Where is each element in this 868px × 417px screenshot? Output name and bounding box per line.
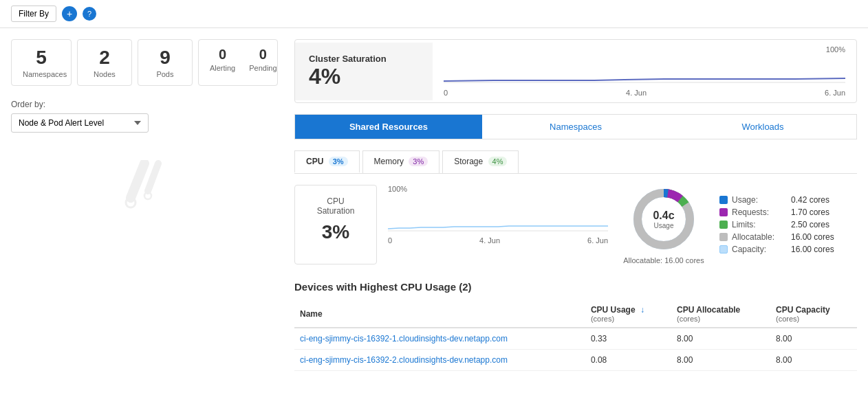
cluster-saturation-chart: 100% 0 4. Jun 6. Jun — [433, 40, 856, 102]
main-layout: 5 Namespaces 2 Nodes 9 Pods 0 Alerting 0 — [0, 28, 868, 382]
legend-row-usage: Usage: 0.42 cores — [719, 195, 857, 205]
sub-tab-storage[interactable]: Storage 4% — [442, 150, 519, 173]
namespaces-card: 5 Namespaces — [11, 39, 72, 86]
cell-name: ci-eng-sjimmy-cis-16392-2.cloudinsights-… — [294, 350, 585, 371]
sub-tab-memory-label: Memory — [374, 157, 404, 166]
cell-cpu-allocatable: 8.00 — [671, 350, 770, 371]
legend-usage-value: 0.42 cores — [791, 195, 829, 205]
legend-capacity-value: 16.00 cores — [791, 245, 834, 254]
cell-cpu-usage: 0.08 — [585, 350, 671, 371]
pods-card: 9 Pods — [138, 39, 193, 86]
cpu-donut-area: 0.4c Usage Allocatable: 16.00 cores — [619, 185, 708, 264]
legend-usage-dot — [719, 196, 728, 204]
order-by-select[interactable]: Node & Pod Alert Level — [11, 113, 149, 133]
legend-row-limits: Limits: 2.50 cores — [719, 220, 857, 229]
devices-title: Devices with Highest CPU Usage (2) — [294, 281, 857, 293]
cs-chart-right-date: 6. Jun — [825, 89, 845, 97]
add-filter-button[interactable]: + — [62, 6, 77, 21]
pods-label: Pods — [149, 70, 181, 78]
left-panel: 5 Namespaces 2 Nodes 9 Pods 0 Alerting 0 — [0, 28, 289, 382]
no-data-illustration — [11, 160, 278, 217]
stat-cards: 5 Namespaces 2 Nodes 9 Pods 0 Alerting 0 — [11, 39, 278, 86]
device-link[interactable]: ci-eng-sjimmy-cis-16392-2.cloudinsights-… — [300, 355, 508, 365]
order-by-section: Order by: Node & Pod Alert Level — [11, 100, 278, 133]
table-row: ci-eng-sjimmy-cis-16392-2.cloudinsights-… — [294, 350, 857, 371]
help-icon[interactable]: ? — [83, 7, 96, 21]
col-name: Name — [294, 301, 585, 328]
cpu-saturation-box: CPU Saturation 3% — [294, 185, 377, 264]
cs-chart-left-date: 4. Jun — [626, 89, 647, 97]
pending-label: Pending — [249, 64, 276, 72]
alerting-label: Alerting — [210, 64, 235, 72]
sub-tab-storage-label: Storage — [454, 157, 483, 166]
allocatable-text: Allocatable: 16.00 cores — [623, 256, 704, 264]
cpu-chart-zero: 0 — [388, 236, 392, 245]
sub-tabs: CPU 3% Memory 3% Storage 4% — [294, 150, 857, 174]
legend-allocatable-value: 16.00 cores — [791, 232, 834, 242]
alert-card: 0 Alerting 0 Pending — [198, 39, 278, 86]
top-bar: Filter By + ? — [0, 0, 868, 28]
cpu-chart-left-date: 4. Jun — [479, 236, 500, 245]
cs-chart-100: 100% — [444, 45, 845, 54]
legend-requests-value: 1.70 cores — [791, 207, 829, 217]
sub-tab-memory-badge: 3% — [409, 157, 428, 166]
sub-tab-cpu-badge: 3% — [329, 157, 348, 166]
col-cpu-usage: CPU Usage ↓ (cores) — [585, 301, 671, 328]
sub-tab-cpu-label: CPU — [306, 157, 323, 166]
order-by-label: Order by: — [11, 100, 278, 109]
cluster-saturation-value: 4% — [309, 64, 419, 89]
sub-tab-storage-badge: 4% — [488, 157, 508, 166]
sub-tab-cpu[interactable]: CPU 3% — [294, 150, 360, 173]
devices-table: Name CPU Usage ↓ (cores) CPU Allocatable… — [294, 301, 857, 371]
sub-tab-memory[interactable]: Memory 3% — [362, 150, 440, 173]
legend-row-capacity: Capacity: 16.00 cores — [719, 245, 857, 254]
legend-limits-value: 2.50 cores — [791, 220, 829, 229]
cpu-chart-right-date: 6. Jun — [587, 236, 608, 245]
cell-name: ci-eng-sjimmy-cis-16392-1.cloudinsights-… — [294, 328, 585, 350]
cell-cpu-capacity: 8.00 — [770, 350, 857, 371]
legend-usage-label: Usage: — [732, 195, 787, 205]
legend-allocatable-label: Allocatable: — [732, 232, 787, 242]
pending-count: 0 — [249, 47, 276, 63]
cluster-saturation-box: Cluster Saturation 4% — [295, 43, 433, 100]
cpu-sat-label1: CPU — [309, 196, 362, 206]
cpu-sat-label2: Saturation — [309, 206, 362, 216]
legend-requests-label: Requests: — [732, 207, 787, 217]
donut-center: 0.4c Usage — [653, 210, 674, 229]
sort-icon[interactable]: ↓ — [640, 305, 644, 315]
namespaces-count: 5 — [23, 47, 60, 69]
cpu-donut: 0.4c Usage — [629, 185, 698, 253]
cpu-chart-100: 100% — [388, 185, 608, 193]
donut-value: 0.4c — [653, 210, 674, 222]
legend-capacity-label: Capacity: — [732, 245, 787, 254]
cpu-chart-bottom: 0 4. Jun 6. Jun — [388, 236, 608, 245]
table-header-row: Name CPU Usage ↓ (cores) CPU Allocatable… — [294, 301, 857, 328]
tab-workloads[interactable]: Workloads — [669, 115, 856, 139]
nodes-label: Nodes — [89, 70, 120, 78]
col-cpu-capacity: CPU Capacity (cores) — [770, 301, 857, 328]
nodes-count: 2 — [89, 47, 120, 69]
alerting-count: 0 — [210, 47, 235, 63]
cpu-chart-area: 100% 0 4. Jun 6. Jun — [388, 185, 608, 264]
tab-shared-resources[interactable]: Shared Resources — [295, 115, 482, 139]
device-link[interactable]: ci-eng-sjimmy-cis-16392-1.cloudinsights-… — [300, 334, 508, 343]
cpu-sat-value: 3% — [309, 221, 362, 243]
filter-by-button[interactable]: Filter By — [11, 5, 56, 22]
cluster-saturation-label: Cluster Saturation — [309, 54, 419, 64]
legend-allocatable-dot — [719, 233, 728, 241]
right-panel: Cluster Saturation 4% 100% 0 4. Jun 6. J… — [289, 28, 868, 382]
legend-limits-dot — [719, 221, 728, 229]
tab-namespaces[interactable]: Namespaces — [482, 115, 669, 139]
table-row: ci-eng-sjimmy-cis-16392-1.cloudinsights-… — [294, 328, 857, 350]
cpu-section: CPU Saturation 3% 100% 0 4. Jun 6. Jun — [294, 185, 857, 264]
legend-capacity-dot — [719, 245, 728, 253]
pods-count: 9 — [149, 47, 181, 69]
legend-row-requests: Requests: 1.70 cores — [719, 207, 857, 217]
cs-chart-bottom: 0 4. Jun 6. Jun — [444, 89, 845, 97]
svg-line-0 — [131, 164, 144, 198]
cell-cpu-usage: 0.33 — [585, 328, 671, 350]
cpu-legend: Usage: 0.42 cores Requests: 1.70 cores L… — [719, 185, 857, 264]
namespaces-label: Namespaces — [23, 70, 60, 78]
legend-row-allocatable: Allocatable: 16.00 cores — [719, 232, 857, 242]
svg-line-2 — [148, 164, 158, 191]
